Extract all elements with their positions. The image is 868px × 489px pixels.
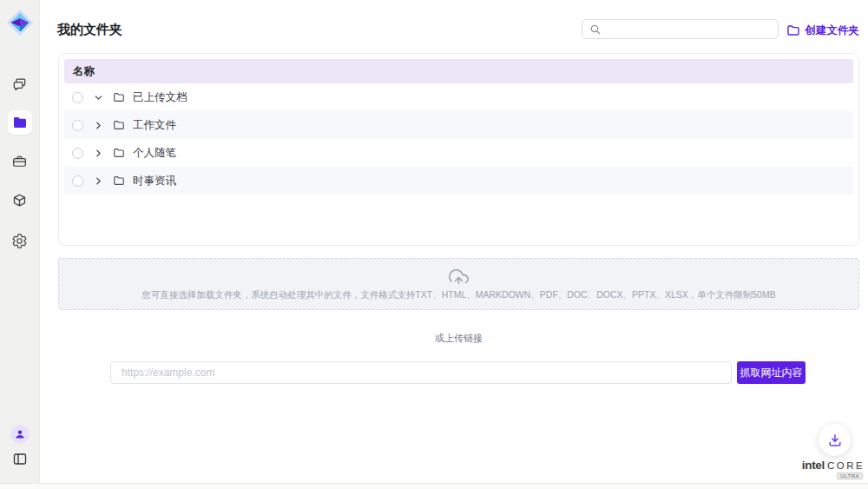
download-fab-button[interactable] <box>819 424 851 456</box>
folder-name: 已上传文档 <box>133 90 187 105</box>
window-bottom-edge <box>0 483 868 489</box>
gear-icon <box>11 233 28 249</box>
chevron-down-icon <box>93 148 104 159</box>
create-folder-button[interactable]: 创建文件夹 <box>786 23 860 38</box>
briefcase-icon <box>11 154 28 170</box>
chevron-down-icon <box>93 120 104 131</box>
download-icon <box>827 433 843 448</box>
folder-icon <box>113 175 125 187</box>
or-upload-link-label: 或上传链接 <box>58 332 859 345</box>
chevron-down-icon <box>93 175 104 187</box>
folder-icon <box>113 119 125 131</box>
fetch-url-button[interactable]: 抓取网址内容 <box>737 361 806 384</box>
panel-icon <box>12 452 28 467</box>
diamond-logo-icon <box>5 8 35 37</box>
search-input[interactable] <box>607 23 771 36</box>
folder-icon <box>11 114 29 131</box>
sidebar-item-models[interactable] <box>10 192 30 209</box>
folder-icon <box>113 91 125 103</box>
row-expand-chevron[interactable] <box>93 148 104 159</box>
folder-name: 时事资讯 <box>133 174 176 188</box>
app-logo[interactable] <box>4 7 36 38</box>
search-icon <box>589 23 602 36</box>
folder-name: 个人随笔 <box>133 146 176 161</box>
row-checkbox[interactable] <box>72 148 83 159</box>
intel-product-text: core <box>827 460 865 471</box>
folder-icon <box>113 147 125 159</box>
name-column-label: 名称 <box>73 64 95 79</box>
row-checkbox[interactable] <box>72 92 83 103</box>
person-icon <box>15 429 25 439</box>
intel-brand-text: intel <box>802 459 825 472</box>
row-checkbox[interactable] <box>72 120 83 131</box>
page-title: 我的文件夹 <box>57 22 122 38</box>
table-header-name: 名称 <box>64 59 853 83</box>
sidebar-item-workspace[interactable] <box>10 153 30 170</box>
sidebar-item-settings[interactable] <box>10 232 30 249</box>
sidebar-toggle-panel[interactable] <box>10 451 30 468</box>
folder-table-card: 名称 已上传文档 <box>58 53 859 246</box>
table-row[interactable]: 已上传文档 <box>64 83 853 111</box>
upload-dropzone[interactable]: 您可直接选择加载文件夹，系统自动处理其中的文件，文件格式支持TXT、HTML、M… <box>58 258 859 310</box>
intel-core-logo: intel core ultra <box>802 459 865 479</box>
sidebar-item-chat[interactable] <box>10 76 30 93</box>
cube-icon <box>11 193 28 209</box>
search-box[interactable] <box>582 19 779 39</box>
app-window: 我的文件夹 创建文件夹 名称 <box>0 0 868 489</box>
chat-icon <box>11 76 28 93</box>
table-row[interactable]: 工作文件 <box>64 111 853 139</box>
table-row[interactable]: 个人随笔 <box>64 139 853 167</box>
row-expand-chevron[interactable] <box>93 120 104 131</box>
row-expand-chevron[interactable] <box>93 175 104 187</box>
row-checkbox[interactable] <box>72 175 83 187</box>
folder-plus-icon <box>786 23 800 37</box>
sidebar <box>0 0 40 489</box>
sidebar-item-account[interactable] <box>10 425 30 444</box>
cloud-upload-icon <box>449 268 469 287</box>
folder-name: 工作文件 <box>133 118 176 133</box>
row-expand-chevron[interactable] <box>93 92 104 103</box>
url-input[interactable] <box>110 361 732 384</box>
table-row[interactable]: 时事资讯 <box>64 167 853 195</box>
chevron-down-icon <box>93 92 104 103</box>
create-folder-label: 创建文件夹 <box>806 23 860 38</box>
folder-table-body: 已上传文档 工作文件 <box>64 83 853 195</box>
upload-hint-text: 您可直接选择加载文件夹，系统自动处理其中的文件，文件格式支持TXT、HTML、M… <box>141 289 775 301</box>
intel-ultra-badge: ultra <box>837 472 863 479</box>
sidebar-item-folders[interactable] <box>8 110 32 135</box>
